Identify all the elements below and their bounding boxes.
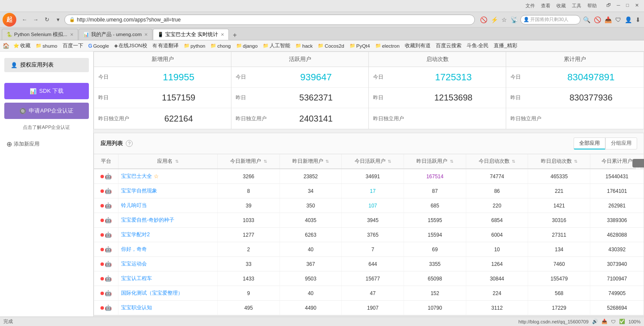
add-app-item[interactable]: ⊕ 添加新应用 — [0, 137, 93, 152]
tab-group-apps[interactable]: 分组应用 — [605, 137, 637, 149]
bookmark-favorites[interactable]: ⭐ 收藏 — [11, 42, 33, 50]
col-today-launch-label: 今日启动次数 — [479, 158, 510, 164]
cell-today_launch: 30844 — [466, 271, 528, 286]
table-row: 🤖宝宝学自然现象8341787862211764101 — [94, 184, 644, 198]
app-name-link[interactable]: 宝宝学自然现象 — [121, 187, 157, 195]
bookmark-baidu[interactable]: 百度一下 — [61, 42, 85, 50]
titlebar-controls[interactable]: 文件 查看 收藏 工具 帮助 🗗 ─ □ ✕ — [524, 2, 641, 10]
bookmark-cocos[interactable]: 📁 Cocos2d — [316, 42, 346, 49]
bookmark-youdao[interactable]: 有 有道翻译 — [150, 42, 181, 50]
app-name-link[interactable]: 铃儿响叮当 — [121, 202, 147, 209]
help-menu[interactable]: 帮助 — [586, 2, 598, 10]
stats-col-new-users: 新增用户 今日 119955 昨日 1157159 昨日独立用户 622164 — [94, 52, 231, 129]
maximize-btn[interactable]: □ — [624, 2, 631, 10]
stop-icon[interactable]: 🚫 — [479, 15, 488, 24]
app-name-link[interactable]: 宝宝运动会 — [121, 260, 147, 268]
sdk-download-button[interactable]: 📊 SDK 下载 — [4, 83, 89, 99]
bookmark-ai[interactable]: 📁 人工智能 — [261, 42, 292, 50]
close-btn[interactable]: ✕ — [633, 2, 641, 10]
cell-today_active: 107 — [342, 198, 404, 213]
home-icon[interactable]: 🏠 — [2, 42, 10, 50]
feedback-tab[interactable]: 反馈 — [632, 159, 644, 168]
rss-icon[interactable]: 📡 — [510, 15, 519, 24]
tab-baobao[interactable]: 📱 宝宝巴士大全 实时统计 ✕ — [153, 29, 229, 40]
apply-enterprise-button[interactable]: 🔘 申请APP企业认证 — [4, 103, 89, 119]
bookmark-electron[interactable]: 📁 electron — [373, 42, 402, 49]
bookmark-live[interactable]: 直播_精彩 — [492, 42, 519, 50]
view-menu[interactable]: 查看 — [539, 2, 552, 10]
bookmark-chong[interactable]: 📁 chong — [208, 42, 233, 49]
tools-menu[interactable]: 工具 — [570, 2, 583, 10]
table-row: 🤖国际化测试（宝宝爱整理）94047152224568749905 — [94, 286, 644, 301]
bookmark-baidu-cloud[interactable]: 百度云搜索 — [434, 42, 464, 50]
restore-btn[interactable]: 🗗 — [605, 2, 613, 10]
bookmark-python[interactable]: 📁 python — [182, 42, 208, 49]
tab-icon-3: 📱 — [158, 32, 164, 37]
platform-cell: 🤖 — [94, 228, 118, 242]
extension1-icon[interactable]: 📥 — [604, 15, 613, 24]
file-menu[interactable]: 文件 — [524, 2, 537, 10]
tab-all-apps[interactable]: 全部应用 — [574, 137, 605, 149]
bookmark-label-youdao-collect: 收藏到有道 — [405, 43, 431, 49]
plus-icon: ⊕ — [6, 140, 12, 148]
tab-python-selenium[interactable]: 🐍 Python Selenium 模拟... ✕ — [2, 29, 78, 40]
col-yest-launch: 昨日启动次数 ⇅ — [528, 154, 590, 169]
tab-close-3[interactable]: ✕ — [221, 32, 224, 37]
stats-row-today-total: 今日 830497891 — [506, 67, 644, 88]
bookmark-json[interactable]: ◈ 在线JSON校 — [112, 42, 149, 50]
app-name-link[interactable]: 宝宝认工程车 — [121, 275, 152, 282]
tab-close-1[interactable]: ✕ — [70, 32, 73, 37]
tab-close-2[interactable]: ✕ — [144, 32, 148, 37]
learn-enterprise-link[interactable]: 点击了解APP企业认证 — [23, 124, 70, 131]
bookmark-shumo[interactable]: 📁 shumo — [33, 42, 60, 49]
block-icon[interactable]: 🚫 — [593, 15, 602, 24]
refresh-button[interactable]: ↻ — [42, 15, 52, 24]
minimize-btn[interactable]: ─ — [615, 2, 622, 10]
cell-yest_active: 65098 — [404, 271, 466, 286]
download-icon[interactable]: ⬇ — [635, 15, 641, 24]
stats-col-active-users: 活跃用户 今日 939647 昨日 5362371 昨日独立用户 2403141 — [231, 52, 369, 129]
sort-icon-today-active[interactable]: ⇅ — [388, 159, 391, 164]
tab-umeng[interactable]: 📊 我的产品 - umeng.com ✕ — [79, 29, 152, 40]
sort-icon-today-launch[interactable]: ⇅ — [512, 159, 515, 164]
help-icon[interactable]: ? — [126, 140, 133, 147]
stats-row-yest-total: 昨日 830377936 — [506, 88, 644, 108]
bookmark-hack[interactable]: 📁 hack — [293, 42, 315, 49]
cell-today_active: 47 — [342, 286, 404, 301]
json-icon: ◈ — [114, 43, 118, 49]
back-button[interactable]: ← — [20, 15, 29, 24]
search-icon[interactable]: 🔍 — [582, 15, 591, 24]
history-button[interactable]: ▾ — [53, 15, 63, 24]
app-name-link[interactable]: 你好，奇奇 — [121, 246, 147, 253]
app-name-link[interactable]: 宝宝巴士大全 — [121, 173, 152, 180]
bookmarks-menu[interactable]: 收藏 — [555, 2, 568, 10]
bookmark-google[interactable]: G Google — [86, 42, 111, 50]
sort-icon-yest-new[interactable]: ⇅ — [325, 159, 329, 164]
extension2-icon[interactable]: 🛡 — [614, 15, 622, 24]
extension3-icon[interactable]: 👤 — [624, 15, 633, 24]
forward-button[interactable]: → — [31, 15, 40, 24]
cell-today_total: 15440431 — [590, 169, 644, 184]
star-icon[interactable]: ☆ — [501, 15, 508, 24]
sort-icon-name[interactable]: ⇅ — [175, 159, 179, 164]
bookmark-pyqt4[interactable]: 📁 PyQt4 — [347, 42, 372, 49]
bookmark-douyu[interactable]: 斗鱼-全民 — [465, 42, 491, 50]
address-bar[interactable]: 🔒 http://mobile.umeng.com/apps?show_all=… — [64, 15, 475, 25]
app-name-link[interactable]: 宝宝职业认知 — [121, 304, 152, 311]
app-name-link[interactable]: 宝宝爱自然-奇妙的种子 — [121, 216, 174, 224]
bookmark-django[interactable]: 📁 django — [234, 42, 260, 49]
new-tab-button[interactable]: + — [229, 30, 240, 40]
sort-icon-yest-active[interactable]: ⇅ — [450, 159, 453, 164]
sort-icon-today-new[interactable]: ⇅ — [264, 159, 267, 164]
app-name-link[interactable]: 宝宝学配对2 — [121, 231, 150, 238]
cell-today_new: 39 — [218, 198, 280, 213]
yest-label-1: 昨日 — [98, 94, 131, 101]
stats-header-new-users: 新增用户 — [94, 52, 231, 67]
bookmark-label-baidu-cloud: 百度云搜索 — [436, 43, 462, 49]
app-name-link[interactable]: 国际化测试（宝宝爱整理） — [121, 289, 183, 297]
sound-icon[interactable]: 🔊 — [592, 319, 598, 324]
lightning-icon[interactable]: ⚡ — [490, 15, 499, 24]
bookmark-youdao-collect[interactable]: 收藏到有道 — [403, 42, 433, 50]
auth-app-list-item[interactable]: 👤 授权应用列表 — [4, 58, 89, 72]
sort-icon-yest-launch[interactable]: ⇅ — [574, 159, 577, 164]
